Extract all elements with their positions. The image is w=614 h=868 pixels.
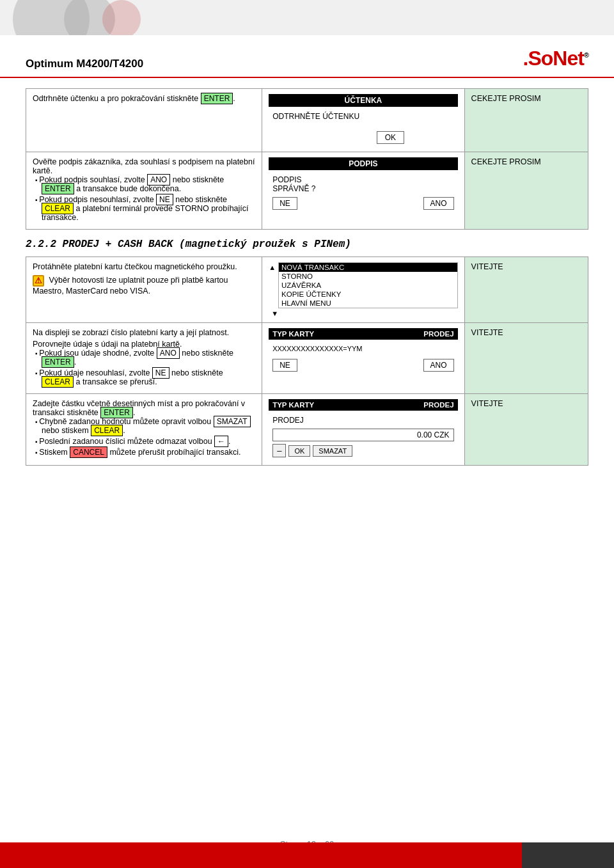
s2-row1-status: VITEJTE — [464, 257, 588, 323]
ne-key: NE — [156, 194, 173, 205]
s2-row1-main: Protáhněte platební kartu čtečkou magnet… — [33, 262, 255, 271]
minus-button: – — [272, 444, 286, 457]
card-display: TYP KARTY PRODEJ XXXXXXXXXXXXXXX=YYM NE … — [269, 328, 457, 374]
amount-display: TYP KARTY PRODEJ PRODEJ 0.00 CZK – OK SM… — [269, 399, 457, 460]
row1-display: ÚČTENKA ODTRHNĚTE ÚČTENKU OK — [269, 94, 457, 146]
cancel-key: CANCEL — [70, 446, 107, 458]
odtrhnte-text: ODTRHNĚTE ÚČTENKU OK — [269, 109, 457, 146]
bottom-red — [0, 842, 522, 868]
row2-display-cell: PODPIS PODPIS SPRÁVNĚ ? NE ANO — [262, 152, 464, 230]
bottom-decoration — [0, 842, 614, 868]
table-row: Ověřte podpis zákazníka, zda souhlasí s … — [26, 152, 588, 230]
row1-display-cell: ÚČTENKA ODTRHNĚTE ÚČTENKU OK — [262, 89, 464, 152]
ne-btn2: NE — [272, 359, 297, 372]
s2-row3-text: Zadejte částku včetně desetinných míst a… — [26, 394, 262, 466]
typ-karty-label2: TYP KARTY — [272, 401, 314, 409]
down-arrow: ▼ — [271, 310, 278, 317]
s2-row2-intro: Na displeji se zobrazí číslo platební ka… — [33, 328, 255, 337]
s2-row2-intro2: Porovnejte údaje s údaji na platební kar… — [33, 340, 255, 349]
s2-row2-list: Pokud jsou údaje shodné, zvolte ANO nebo… — [33, 349, 255, 386]
table-row: Odtrhněte účtenku a pro pokračování stis… — [26, 89, 588, 152]
menu-with-arrows: ▲ NOVÁ TRANSAKC STORNO UZÁVĚRKA KOPIE ÚČ… — [269, 262, 457, 308]
s2-row2-text: Na displeji se zobrazí číslo platební ka… — [26, 323, 262, 394]
top-decoration — [0, 0, 614, 35]
warning-icon: ⚠ — [33, 275, 44, 287]
podpis-line2: SPRÁVNĚ ? — [272, 184, 453, 193]
s2-row3-status: VITEJTE — [464, 394, 588, 466]
ok-button-display: OK — [377, 131, 404, 144]
card-body: XXXXXXXXXXXXXXX=YYM NE ANO — [269, 342, 457, 374]
clear-key3: CLEAR — [91, 425, 123, 436]
display-line1: ODTRHNĚTE ÚČTENKU — [272, 112, 453, 121]
menu-item-nova: NOVÁ TRANSAKC — [279, 263, 457, 272]
ok-button2: OK — [288, 445, 310, 457]
section2-heading: 2.2.2 PRODEJ + CASH BACK (magnetický pro… — [26, 239, 588, 250]
prodej-label2: PRODEJ — [423, 401, 453, 409]
smazat-key: SMAZAT — [214, 416, 251, 427]
logo-brand: SoNet — [528, 47, 583, 70]
row2-display: PODPIS PODPIS SPRÁVNĚ ? NE ANO — [269, 157, 457, 212]
uctenka-header: ÚČTENKA — [269, 94, 457, 107]
bottom-dark — [522, 842, 614, 868]
podpis-header: PODPIS — [269, 157, 457, 170]
amount-value: 0.00 CZK — [417, 430, 450, 439]
s2-row3-display: TYP KARTY PRODEJ PRODEJ 0.00 CZK – OK SM… — [262, 394, 464, 466]
menu-item-kopie: KOPIE ÚČTENKY — [279, 290, 457, 299]
page-header: Optimum M4200/T4200 .SoNet® — [0, 35, 614, 78]
clear-key2: CLEAR — [42, 376, 74, 388]
smazat-button: SMAZAT — [313, 445, 352, 457]
section2-table: Protáhněte platební kartu čtečkou magnet… — [26, 256, 588, 466]
ano-key: ANO — [147, 174, 170, 185]
up-arrow: ▲ — [269, 264, 276, 271]
page-title: Optimum M4200/T4200 — [26, 58, 143, 70]
menu-list: NOVÁ TRANSAKC STORNO UZÁVĚRKA KOPIE ÚČTE… — [278, 262, 458, 308]
section1-table: Odtrhněte účtenku a pro pokračování stis… — [26, 88, 588, 230]
typ-karty-header2: TYP KARTY PRODEJ — [269, 399, 457, 411]
ne-ano-row: NE ANO — [272, 197, 453, 210]
list-item: Pokud podpis nesouhlasí, zvolte NE nebo … — [33, 195, 255, 222]
table-row: Protáhněte platební kartu čtečkou magnet… — [26, 257, 588, 323]
ano-btn2: ANO — [423, 359, 454, 372]
s2-row1-text: Protáhněte platební kartu čtečkou magnet… — [26, 257, 262, 323]
s2-row2-display: TYP KARTY PRODEJ XXXXXXXXXXXXXXX=YYM NE … — [262, 323, 464, 394]
table-row: Zadejte částku včetně desetinných míst a… — [26, 394, 588, 466]
amount-field: 0.00 CZK — [272, 429, 453, 441]
typ-karty-header: TYP KARTY PRODEJ — [269, 328, 457, 340]
table-row: Na displeji se zobrazí číslo platební ka… — [26, 323, 588, 394]
ne-ano-row2: NE ANO — [272, 359, 453, 372]
prodej-label: PRODEJ — [423, 330, 453, 338]
s2-row3-list: Chybně zadanou hodnotu můžete opravit vo… — [33, 417, 255, 457]
list-item: Pokud jsou údaje shodné, zvolte ANO nebo… — [33, 349, 255, 367]
menu-display: ▲ NOVÁ TRANSAKC STORNO UZÁVĚRKA KOPIE ÚČ… — [269, 262, 457, 317]
list-item: Stiskem CANCEL můžete přerušit probíhají… — [33, 448, 255, 457]
podpis-body: PODPIS SPRÁVNĚ ? NE ANO — [269, 173, 457, 212]
s2-row2-status: VITEJTE — [464, 323, 588, 394]
row1-text-cell: Odtrhněte účtenku a pro pokračování stis… — [26, 89, 262, 152]
podpis-line1: PODPIS — [272, 175, 453, 184]
back-key: ← — [214, 436, 228, 447]
row2-text-cell: Ověřte podpis zákazníka, zda souhlasí s … — [26, 152, 262, 230]
row2-intro: Ověřte podpis zákazníka, zda souhlasí s … — [33, 157, 255, 175]
row1-status: CEKEJTE PROSIM — [464, 89, 588, 152]
row1-text: Odtrhněte účtenku a pro pokračování stis… — [33, 93, 235, 104]
action-buttons: – OK SMAZAT — [272, 444, 453, 457]
logo-text: .SoNet® — [523, 47, 588, 70]
list-item: Pokud podpis souhlasí, zvolte ANO nebo s… — [33, 175, 255, 193]
list-item: Chybně zadanou hodnotu můžete opravit vo… — [33, 417, 255, 435]
list-item: Pokud údaje nesouhlasí, zvolte NE nebo s… — [33, 368, 255, 386]
ne-key2: NE — [152, 367, 169, 379]
enter-key2: ENTER — [42, 183, 74, 194]
logo: .SoNet® — [523, 47, 588, 70]
clear-key: CLEAR — [42, 203, 74, 214]
s2-row1-display: ▲ NOVÁ TRANSAKC STORNO UZÁVĚRKA KOPIE ÚČ… — [262, 257, 464, 323]
row2-list: Pokud podpis souhlasí, zvolte ANO nebo s… — [33, 175, 255, 222]
ne-btn: NE — [272, 197, 297, 210]
menu-item-uzaverka: UZÁVĚRKA — [279, 281, 457, 290]
main-content: Odtrhněte účtenku a pro pokračování stis… — [0, 78, 614, 481]
enter-key3: ENTER — [42, 356, 74, 368]
prodej-line: PRODEJ — [272, 416, 453, 425]
card-number: XXXXXXXXXXXXXXX=YYM — [272, 345, 453, 352]
row2-status: CEKEJTE PROSIM — [464, 152, 588, 230]
menu-item-hlavni: HLAVNÍ MENU — [279, 299, 457, 308]
enter-key: ENTER — [201, 93, 233, 104]
